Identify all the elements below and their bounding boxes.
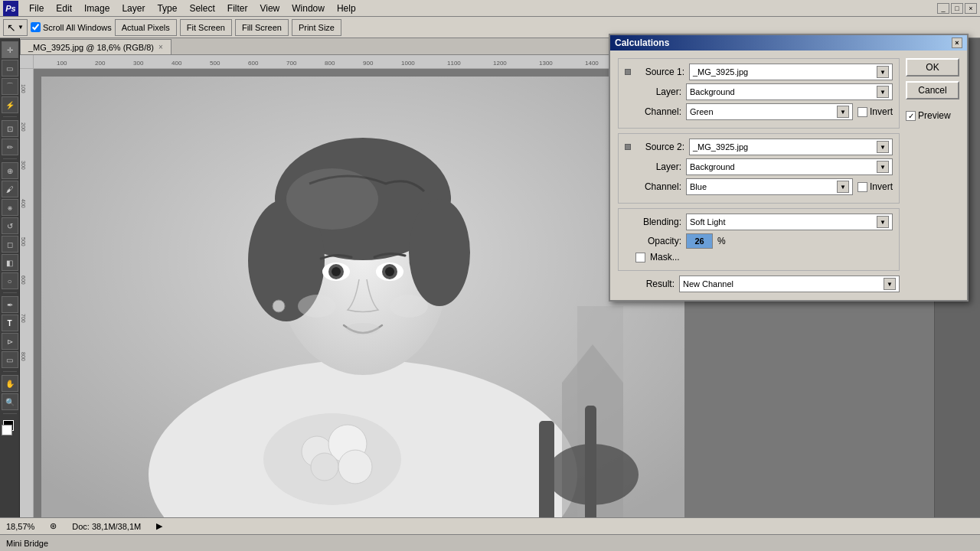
source2-file-dropdown[interactable]: _MG_3925.jpg ▼ xyxy=(689,139,893,155)
nav-icon[interactable]: ⊛ xyxy=(50,521,57,531)
minimize-button[interactable]: _ xyxy=(937,3,949,14)
menu-window[interactable]: Window xyxy=(286,2,331,15)
magic-wand-tool[interactable]: ⚡ xyxy=(2,96,18,113)
history-tool[interactable]: ↺ xyxy=(2,217,18,234)
ruler-vertical: 100 200 300 400 500 600 700 800 xyxy=(20,69,34,517)
scroll-all-windows-checkbox[interactable]: Scroll All Windows xyxy=(31,22,112,32)
menu-image[interactable]: Image xyxy=(78,2,116,15)
source1-invert-checkbox[interactable]: Invert xyxy=(858,106,893,117)
source1-section: Source 1: _MG_3925.jpg ▼ Layer: Backgrou… xyxy=(618,58,900,129)
source2-layer-dropdown[interactable]: Background ▼ xyxy=(686,158,893,175)
hand-tool[interactable]: ✋ xyxy=(2,375,18,392)
source2-row: Source 2: _MG_3925.jpg ▼ xyxy=(625,139,893,155)
menu-view[interactable]: View xyxy=(253,2,286,15)
source2-channel-label: Channel: xyxy=(635,181,681,192)
dialog-buttons: OK Cancel ✓ Preview xyxy=(906,58,959,292)
source2-file-arrow[interactable]: ▼ xyxy=(877,141,889,153)
source2-label: Source 2: xyxy=(639,142,684,152)
preview-label: Preview xyxy=(918,110,951,121)
scroll-all-windows-input[interactable] xyxy=(31,22,41,32)
mask-label: Mask... xyxy=(650,252,680,262)
ruler-corner xyxy=(20,55,34,69)
tab-close-button[interactable]: × xyxy=(158,43,163,51)
dodge-tool[interactable]: ○ xyxy=(2,272,18,289)
source1-channel-arrow[interactable]: ▼ xyxy=(837,106,849,118)
fill-screen-button[interactable]: Fill Screen xyxy=(235,19,289,36)
source2-layer-label: Layer: xyxy=(635,161,681,172)
close-button[interactable]: × xyxy=(965,3,977,14)
source1-channel-dropdown[interactable]: Green ▼ xyxy=(686,103,853,120)
lasso-tool[interactable]: ⌒ xyxy=(2,78,18,95)
source2-channel-row: Channel: Blue ▼ Invert xyxy=(625,178,893,195)
ok-button[interactable]: OK xyxy=(906,58,959,77)
menu-help[interactable]: Help xyxy=(331,2,362,15)
mini-bridge-bar: Mini Bridge xyxy=(0,534,980,551)
source1-indicator xyxy=(625,69,631,75)
move-tool[interactable]: ✛ xyxy=(2,41,18,58)
result-arrow[interactable]: ▼ xyxy=(884,278,896,290)
stamp-tool[interactable]: ⎈ xyxy=(2,199,18,216)
menu-bar: Ps File Edit Image Layer Type Select Fil… xyxy=(0,0,980,17)
menu-filter[interactable]: Filter xyxy=(221,2,254,15)
svg-point-16 xyxy=(298,295,336,318)
mask-checkbox[interactable] xyxy=(635,253,645,262)
opacity-unit: % xyxy=(717,236,726,246)
heal-tool[interactable]: ⊕ xyxy=(2,162,18,179)
shape-tool[interactable]: ▭ xyxy=(2,351,18,368)
ps-logo: Ps xyxy=(3,1,18,16)
svg-point-22 xyxy=(311,453,338,481)
source1-file-arrow[interactable]: ▼ xyxy=(877,66,889,78)
marquee-tool[interactable]: ▭ xyxy=(2,60,18,77)
crop-tool[interactable]: ⊡ xyxy=(2,120,18,137)
cancel-button[interactable]: Cancel xyxy=(906,81,959,99)
mask-row: Mask... xyxy=(625,252,893,262)
source1-label: Source 1: xyxy=(639,67,684,77)
zoom-tool[interactable]: 🔍 xyxy=(2,393,18,410)
preview-checkbox-box[interactable]: ✓ xyxy=(906,111,916,121)
menu-file[interactable]: File xyxy=(23,2,50,15)
source1-invert-box[interactable] xyxy=(858,107,867,117)
source2-channel-dropdown[interactable]: Blue ▼ xyxy=(686,178,853,195)
tool-dropdown-arrow[interactable]: ▼ xyxy=(18,24,24,31)
source2-invert-box[interactable] xyxy=(858,182,867,192)
path-tool[interactable]: ⊳ xyxy=(2,333,18,350)
eraser-tool[interactable]: ◻ xyxy=(2,236,18,253)
gradient-tool[interactable]: ◧ xyxy=(2,254,18,271)
pen-tool[interactable]: ✒ xyxy=(2,296,18,313)
source1-layer-dropdown[interactable]: Background ▼ xyxy=(686,83,893,100)
source1-row: Source 1: _MG_3925.jpg ▼ xyxy=(625,64,893,80)
source2-layer-row: Layer: Background ▼ xyxy=(625,158,893,175)
svg-point-18 xyxy=(273,300,285,312)
result-dropdown[interactable]: New Channel ▼ xyxy=(679,276,900,292)
svg-point-14 xyxy=(385,267,394,276)
preview-checkbox[interactable]: ✓ Preview xyxy=(906,110,959,121)
actual-pixels-button[interactable]: Actual Pixels xyxy=(115,19,177,36)
maximize-button[interactable]: □ xyxy=(951,3,963,14)
blending-row: Blending: Soft Light ▼ xyxy=(625,214,893,230)
dialog-close-button[interactable]: × xyxy=(952,37,962,48)
brush-tool[interactable]: 🖌 xyxy=(2,181,18,197)
blending-dropdown[interactable]: Soft Light ▼ xyxy=(686,214,893,230)
color-selector[interactable] xyxy=(2,420,18,437)
eyedropper-tool[interactable]: ✏ xyxy=(2,139,18,155)
menu-layer[interactable]: Layer xyxy=(116,2,151,15)
source2-channel-arrow[interactable]: ▼ xyxy=(837,181,849,193)
source2-layer-arrow[interactable]: ▼ xyxy=(877,161,889,173)
source1-channel-row: Channel: Green ▼ Invert xyxy=(625,103,893,120)
fit-screen-button[interactable]: Fit Screen xyxy=(180,19,232,36)
source1-file-dropdown[interactable]: _MG_3925.jpg ▼ xyxy=(689,64,893,80)
print-size-button[interactable]: Print Size xyxy=(292,19,341,36)
source2-invert-checkbox[interactable]: Invert xyxy=(858,181,893,192)
source1-layer-arrow[interactable]: ▼ xyxy=(877,86,889,98)
text-tool[interactable]: T xyxy=(2,315,18,331)
opacity-input[interactable] xyxy=(686,233,713,249)
svg-point-23 xyxy=(338,450,372,484)
document-tab[interactable]: _MG_3925.jpg @ 18,6% (RGB/8) × xyxy=(20,39,172,54)
zoom-level: 18,57% xyxy=(6,522,34,531)
blending-arrow[interactable]: ▼ xyxy=(877,216,889,228)
menu-type[interactable]: Type xyxy=(151,2,183,15)
menu-select[interactable]: Select xyxy=(183,2,220,15)
source1-layer-value: Background xyxy=(690,87,735,96)
menu-edit[interactable]: Edit xyxy=(50,2,78,15)
scroll-indicator[interactable]: ▶ xyxy=(156,521,162,531)
